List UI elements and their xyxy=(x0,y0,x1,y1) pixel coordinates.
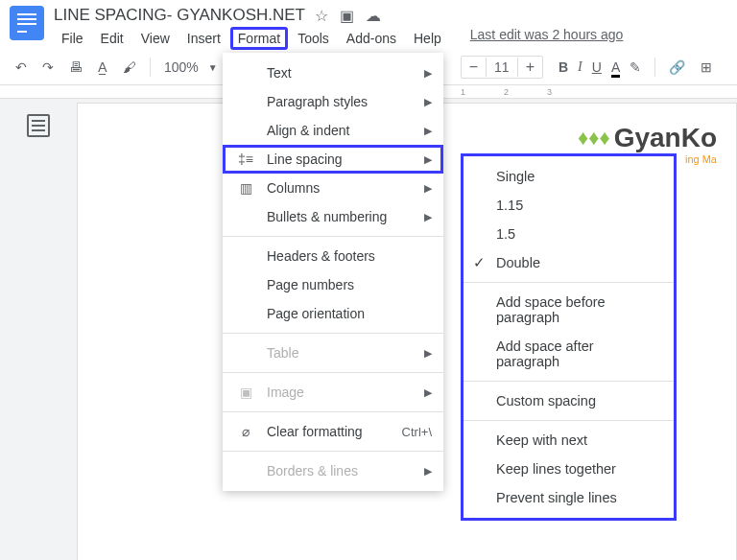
menu-edit[interactable]: Edit xyxy=(93,27,131,50)
menubar: File Edit View Insert Format Tools Add-o… xyxy=(54,27,727,50)
redo-button[interactable]: ↷ xyxy=(36,56,59,79)
insert-link-button[interactable]: 🔗 xyxy=(663,56,691,79)
chevron-right-icon: ▶ xyxy=(424,153,432,166)
menu-view[interactable]: View xyxy=(133,27,178,50)
format-clear-formatting[interactable]: ⌀Clear formattingCtrl+\ xyxy=(223,417,443,446)
underline-button[interactable]: U xyxy=(592,59,602,75)
page-logo: ♦♦♦GyanKo ing Ma xyxy=(578,123,717,153)
docs-logo-icon[interactable] xyxy=(10,6,44,40)
bold-button[interactable]: B xyxy=(559,59,568,75)
line-spacing-single[interactable]: Single xyxy=(464,162,674,191)
chevron-right-icon: ▶ xyxy=(424,211,432,223)
menu-addons[interactable]: Add-ons xyxy=(339,27,404,50)
chevron-right-icon: ▶ xyxy=(424,347,432,360)
menu-file[interactable]: File xyxy=(54,27,91,50)
custom-spacing[interactable]: Custom spacing xyxy=(464,386,674,415)
format-text[interactable]: Text▶ xyxy=(223,58,443,87)
paint-format-button[interactable]: 🖌 xyxy=(117,56,142,79)
format-bullets-numbering[interactable]: Bullets & numbering▶ xyxy=(223,202,443,231)
text-color-button[interactable]: A xyxy=(611,59,620,75)
format-image: ▣Image▶ xyxy=(223,378,443,407)
font-size-decrease[interactable]: − xyxy=(462,57,486,78)
clear-format-icon: ⌀ xyxy=(236,424,255,439)
keep-with-next[interactable]: Keep with next xyxy=(464,426,674,455)
star-icon[interactable]: ☆ xyxy=(315,7,328,25)
chevron-right-icon: ▶ xyxy=(424,67,432,80)
format-headers-footers[interactable]: Headers & footers xyxy=(223,242,443,270)
insert-comment-button[interactable]: ⊞ xyxy=(695,56,718,79)
menu-insert[interactable]: Insert xyxy=(179,27,228,50)
move-icon[interactable]: ▣ xyxy=(340,7,354,25)
italic-button[interactable]: I xyxy=(578,59,582,75)
format-page-orientation[interactable]: Page orientation xyxy=(223,299,443,328)
format-paragraph-styles[interactable]: Paragraph styles▶ xyxy=(223,87,443,116)
menu-help[interactable]: Help xyxy=(406,27,449,50)
chevron-right-icon: ▶ xyxy=(424,386,432,399)
leaf-icon: ♦♦♦ xyxy=(578,126,610,151)
format-table: Table▶ xyxy=(223,338,443,367)
columns-icon: ▥ xyxy=(236,180,255,196)
print-button[interactable]: 🖶 xyxy=(63,56,88,79)
add-space-before[interactable]: Add space before paragraph xyxy=(464,288,674,332)
keep-lines-together[interactable]: Keep lines together xyxy=(464,455,674,483)
image-icon: ▣ xyxy=(236,385,255,400)
document-outline-icon[interactable] xyxy=(27,114,50,137)
line-spacing-115[interactable]: 1.15 xyxy=(464,191,674,220)
document-title[interactable]: LINE SPACING- GYANKOSH.NET xyxy=(54,6,305,25)
zoom-select[interactable]: 100%▼ xyxy=(158,58,224,77)
font-size-increase[interactable]: + xyxy=(518,57,542,78)
line-spacing-15[interactable]: 1.5 xyxy=(464,220,674,248)
format-line-spacing[interactable]: ‡≡Line spacing▶ xyxy=(223,145,443,174)
line-spacing-submenu: Single 1.15 1.5 Double Add space before … xyxy=(461,153,677,521)
spellcheck-button[interactable]: A̲ xyxy=(92,56,113,79)
highlight-button[interactable]: ✎ xyxy=(630,59,641,75)
menu-tools[interactable]: Tools xyxy=(290,27,337,50)
format-align-indent[interactable]: Align & indent▶ xyxy=(223,116,443,145)
line-spacing-double[interactable]: Double xyxy=(464,248,674,277)
chevron-right-icon: ▶ xyxy=(424,182,432,195)
format-page-numbers[interactable]: Page numbers xyxy=(223,270,443,299)
chevron-right-icon: ▶ xyxy=(424,125,432,137)
format-columns[interactable]: ▥Columns▶ xyxy=(223,174,443,202)
line-spacing-icon: ‡≡ xyxy=(236,152,255,167)
chevron-right-icon: ▶ xyxy=(424,96,432,108)
format-dropdown-menu: Text▶ Paragraph styles▶ Align & indent▶ … xyxy=(223,53,443,491)
format-borders-lines: Borders & lines▶ xyxy=(223,456,443,485)
prevent-single-lines[interactable]: Prevent single lines xyxy=(464,483,674,512)
cloud-status-icon[interactable]: ☁ xyxy=(366,7,381,25)
font-size-input[interactable]: 11 xyxy=(486,58,518,77)
chevron-right-icon: ▶ xyxy=(424,465,432,478)
menu-format[interactable]: Format xyxy=(230,27,288,50)
last-edit-link[interactable]: Last edit was 2 hours ago xyxy=(470,27,624,50)
add-space-after[interactable]: Add space after paragraph xyxy=(464,332,674,376)
undo-button[interactable]: ↶ xyxy=(10,56,33,79)
